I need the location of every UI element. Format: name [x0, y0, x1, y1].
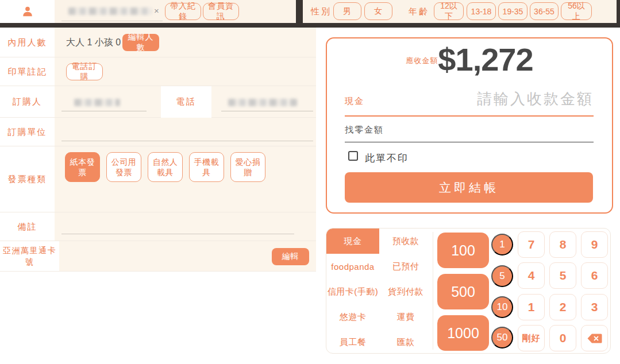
key-9[interactable]: 9 — [581, 231, 608, 258]
person-icon — [21, 5, 34, 18]
age-over56-button[interactable]: 56以上 — [561, 2, 592, 20]
cash-amount-input[interactable]: 請輸入收款金額 — [477, 89, 594, 109]
key-2[interactable]: 2 — [549, 294, 576, 320]
key-6[interactable]: 6 — [581, 262, 608, 289]
order-unit-row: 訂購單位 — [0, 118, 316, 146]
methods-divider — [433, 232, 433, 350]
method-already-paid[interactable]: 已預付 — [379, 254, 432, 279]
denom-5[interactable]: 5 — [491, 265, 513, 287]
no-print-checkbox[interactable] — [348, 151, 358, 161]
cash-field-label: 現金 — [345, 96, 364, 107]
dine-in-label: 內用人數 — [0, 28, 55, 57]
print-note-row: 印單註記 電話訂購 — [0, 57, 316, 86]
key-8[interactable]: 8 — [549, 231, 576, 258]
key-1[interactable]: 1 — [518, 294, 545, 320]
remark-row: 備註 — [0, 212, 316, 241]
avatar — [0, 0, 55, 23]
asia-miles-label: 亞洲萬里通卡號 — [0, 241, 59, 271]
remark-input[interactable] — [61, 216, 294, 234]
backspace-icon — [587, 333, 603, 344]
order-unit-label: 訂購單位 — [0, 118, 55, 146]
topbar-bottom-bar — [0, 23, 620, 28]
orderer-name-input[interactable] — [61, 92, 147, 111]
edit-guests-button[interactable]: 編輯人數 — [122, 34, 159, 51]
method-shipping-fee[interactable]: 運費 — [379, 304, 432, 330]
invoice-personal-carrier-button[interactable]: 自然人載具 — [148, 152, 183, 182]
age-label: 年齡 — [409, 6, 429, 17]
phone-label-cell: 電話 — [161, 86, 211, 118]
clear-icon[interactable]: × — [154, 6, 159, 16]
method-remittance[interactable]: 匯款 — [379, 330, 432, 354]
member-info-button[interactable]: 會員資訊 — [203, 3, 239, 20]
asia-miles-row: 亞洲萬里通卡號 編輯 — [0, 241, 316, 272]
orderer-row: 訂購人 電話 — [0, 86, 316, 118]
age-36-55-button[interactable]: 36-55 — [530, 2, 559, 20]
amount-due-value: $1,272 — [438, 43, 533, 77]
method-easycard[interactable]: 悠遊卡 — [326, 304, 379, 330]
keypad-panel: 現金 預收款 foodpanda 已預付 信用卡(手動) 貨到付款 悠遊卡 運費… — [326, 228, 611, 354]
phone-label: 電話 — [176, 96, 197, 107]
change-underline — [345, 142, 594, 142]
cash-input-underline — [345, 115, 594, 117]
method-prepaid-account[interactable]: 預收款 — [379, 229, 432, 254]
amount-due: 應收金額 $1,272 — [327, 43, 612, 77]
age-under12-button[interactable]: 12以下 — [434, 2, 464, 20]
quick-amount-1000[interactable]: 1000 — [437, 315, 489, 351]
denom-1[interactable]: 1 — [491, 234, 513, 255]
gender-male-button[interactable]: 男 — [333, 2, 361, 20]
topbar-divider — [296, 0, 303, 23]
invoice-type-label: 發票種類 — [0, 146, 55, 212]
order-unit-input[interactable] — [61, 122, 313, 141]
method-credit-card-manual[interactable]: 信用卡(手動) — [326, 279, 379, 304]
recall-record-button[interactable]: 帶入紀錄 — [165, 3, 201, 20]
invoice-mobile-carrier-button[interactable]: 手機載具 — [189, 152, 224, 182]
age-19-35-button[interactable]: 19-35 — [498, 2, 527, 20]
dine-in-count: 大人 1 小孩 0 — [66, 37, 121, 49]
gender-female-button[interactable]: 女 — [364, 2, 392, 20]
phone-input[interactable] — [221, 92, 313, 111]
member-search-input[interactable] — [61, 0, 163, 21]
key-4[interactable]: 4 — [518, 262, 545, 289]
key-7[interactable]: 7 — [518, 231, 545, 258]
print-note-label: 印單註記 — [0, 57, 55, 86]
asia-miles-edit-button[interactable]: 編輯 — [272, 248, 309, 265]
method-foodpanda[interactable]: foodpanda — [326, 254, 379, 279]
phone-order-tag[interactable]: 電話訂購 — [66, 63, 103, 80]
dine-in-row: 內用人數 大人 1 小孩 0 編輯人數 — [0, 28, 316, 57]
key-3[interactable]: 3 — [581, 294, 608, 320]
amount-due-label: 應收金額 — [406, 56, 438, 66]
invoice-donation-button[interactable]: 愛心捐贈 — [230, 152, 265, 182]
orderer-label: 訂購人 — [0, 86, 55, 117]
key-backspace[interactable] — [581, 325, 608, 351]
quick-amount-500[interactable]: 500 — [437, 274, 489, 309]
invoice-company-button[interactable]: 公司用發票 — [106, 152, 141, 182]
age-13-18-button[interactable]: 13-18 — [467, 2, 496, 20]
key-0[interactable]: 0 — [549, 325, 576, 351]
denom-50[interactable]: 50 — [491, 327, 513, 348]
invoice-type-row: 發票種類 紙本發票 公司用發票 自然人載具 手機載具 愛心捐贈 — [0, 146, 316, 212]
denom-10[interactable]: 10 — [491, 296, 513, 318]
method-staff-meal[interactable]: 員工餐 — [326, 330, 379, 354]
checkout-button[interactable]: 立即結帳 — [345, 172, 593, 203]
method-cash[interactable]: 現金 — [326, 229, 379, 254]
demographics-toolbar: 性別 男 女 年齡 12以下 13-18 19-35 36-55 56以上 — [303, 0, 617, 23]
redacted-orderer-name — [74, 99, 120, 106]
key-5[interactable]: 5 — [549, 262, 576, 289]
redacted-member-name — [68, 7, 152, 15]
redacted-phone — [228, 99, 297, 106]
gender-label: 性別 — [311, 6, 332, 17]
key-exact-amount[interactable]: 剛好 — [518, 325, 545, 351]
topbar-right-edge — [617, 0, 620, 23]
remark-label: 備註 — [0, 212, 55, 241]
invoice-paper-button[interactable]: 紙本發票 — [65, 152, 100, 182]
payment-card: 應收金額 $1,272 現金 請輸入收款金額 找零金額 此單不印 立即結帳 — [326, 37, 613, 214]
quick-amount-100[interactable]: 100 — [437, 233, 489, 268]
member-toolbar: × 帶入紀錄 會員資訊 — [0, 0, 296, 23]
change-label: 找零金額 — [345, 125, 384, 135]
method-cod[interactable]: 貨到付款 — [379, 279, 432, 304]
no-print-label: 此單不印 — [365, 152, 409, 165]
